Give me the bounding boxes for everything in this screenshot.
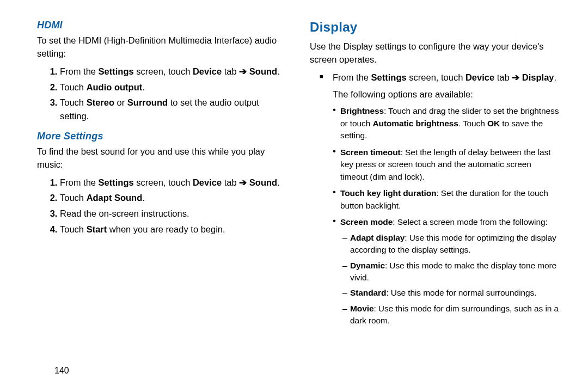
hdmi-step-2: Touch Audio output.: [60, 81, 288, 94]
hdmi-intro: To set the HDMI (High-Definition Multime…: [37, 34, 288, 60]
mode-standard: Standard: Use this mode for normal surro…: [350, 287, 561, 299]
more-step-2: Touch Adapt Sound.: [60, 191, 288, 205]
option-screen-mode: Screen mode: Select a screen mode from t…: [340, 216, 561, 327]
page-number: 140: [54, 366, 69, 376]
option-brightness: Brightness: Touch and drag the slider to…: [340, 105, 561, 142]
option-screen-timeout: Screen timeout: Set the length of delay …: [340, 146, 561, 183]
right-column: Display Use the Display settings to conf…: [304, 20, 561, 381]
left-column: HDMI To set the HDMI (High-Definition Mu…: [37, 20, 304, 381]
heading-hdmi: HDMI: [37, 20, 288, 31]
display-intro: Use the Display settings to configure th…: [310, 40, 561, 66]
screen-mode-sublist: Adapt display: Use this mode for optimiz…: [340, 232, 561, 327]
more-intro: To find the best sound for you and use t…: [37, 145, 288, 171]
hdmi-steps: From the Settings screen, touch Device t…: [37, 65, 288, 123]
more-step-1: From the Settings screen, touch Device t…: [60, 176, 288, 189]
hdmi-step-3: Touch Stereo or Surround to set the audi…: [60, 96, 288, 123]
heading-display: Display: [310, 20, 561, 35]
following-options-text: The following options are available:: [333, 88, 561, 101]
hdmi-step-1: From the Settings screen, touch Device t…: [60, 65, 288, 78]
mode-adapt-display: Adapt display: Use this mode for optimiz…: [350, 232, 561, 256]
heading-more-settings: More Settings: [37, 131, 288, 142]
display-nav-step: From the Settings screen, touch Device t…: [333, 71, 561, 84]
option-touch-key-light: Touch key light duration: Set the durati…: [340, 187, 561, 212]
mode-movie: Movie: Use this mode for dim surrounding…: [350, 303, 561, 327]
mode-dynamic: Dynamic: Use this mode to make the displ…: [350, 260, 561, 284]
more-step-4: Touch Start when you are ready to begin.: [60, 223, 288, 236]
display-square-list: From the Settings screen, touch Device t…: [310, 71, 561, 84]
more-steps: From the Settings screen, touch Device t…: [37, 176, 288, 236]
manual-page: HDMI To set the HDMI (High-Definition Mu…: [0, 0, 588, 392]
display-options: Brightness: Touch and drag the slider to…: [310, 105, 561, 327]
more-step-3: Read the on-screen instructions.: [60, 207, 288, 220]
